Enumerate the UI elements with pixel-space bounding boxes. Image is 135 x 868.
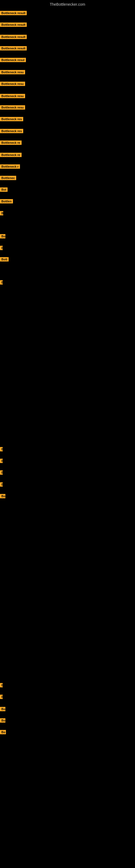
bottleneck-result-label: Bottleneck r [0, 164, 20, 169]
bottleneck-result-label: B [0, 482, 3, 487]
bottleneck-result-label: Bottleneck resul [0, 58, 26, 62]
bottleneck-result-label: B [0, 695, 3, 699]
bottleneck-result-label: Bott [0, 257, 9, 261]
bottleneck-result-label: Bottleneck res [0, 129, 23, 133]
bottleneck-result-label: Bottleneck result [0, 35, 27, 39]
bottleneck-result-label: Bo [0, 730, 6, 734]
bottleneck-result-label: B [0, 470, 3, 475]
bottleneck-result-label: Bottleneck resu [0, 82, 25, 86]
bottleneck-result-label: Bottleneck result [0, 11, 27, 15]
bottleneck-result-label: Bottleneck re [0, 141, 21, 145]
bottleneck-result-label: Bottlen [0, 199, 13, 204]
bottleneck-result-label: Bo [0, 707, 5, 711]
bottleneck-result-label: B [0, 683, 3, 687]
bottleneck-result-label: Bottleneck result [0, 23, 27, 27]
bottleneck-result-label: Bo [0, 494, 5, 498]
bottleneck-result-label: B [0, 459, 3, 463]
bottleneck-result-label: Bo [0, 234, 5, 239]
bottleneck-result-label: Bottleneck result [0, 46, 27, 51]
bottleneck-result-label: Bottleneck re [0, 153, 21, 157]
bottleneck-result-label: Bottleneck resu [0, 70, 25, 74]
bottleneck-result-label: Bo [0, 718, 5, 723]
bottleneck-result-label: B [0, 280, 3, 284]
bottleneck-result-label: B [0, 447, 3, 452]
site-title: TheBottlenecker.com [0, 0, 135, 8]
bottleneck-result-label: Bottlenec [0, 176, 16, 180]
bottleneck-result-label: Bottleneck resu [0, 94, 25, 98]
bottleneck-result-label: B [0, 211, 3, 215]
bottleneck-result-label: B [0, 246, 3, 250]
bottleneck-result-label: Bottleneck res [0, 117, 23, 121]
bottleneck-result-label: Bot [0, 187, 8, 192]
bottleneck-result-label: Bottleneck resu [0, 105, 25, 110]
